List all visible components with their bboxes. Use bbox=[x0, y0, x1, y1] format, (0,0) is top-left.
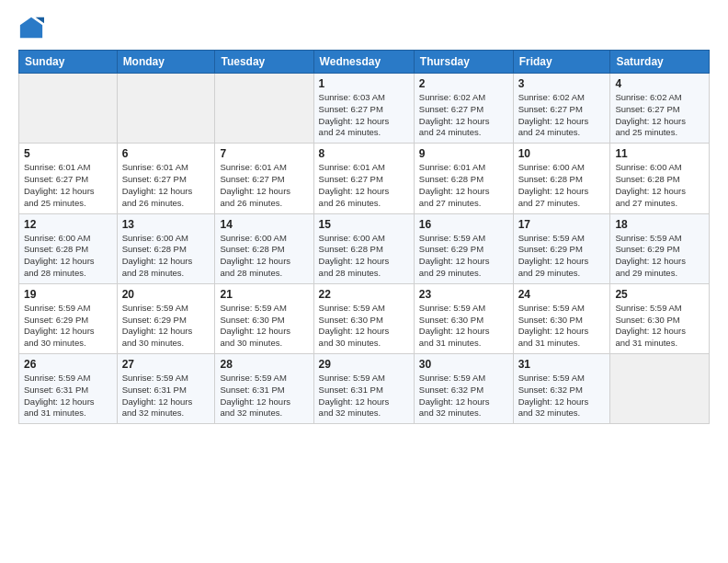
day-number: 20 bbox=[122, 288, 210, 301]
day-detail: Sunrise: 6:00 AM Sunset: 6:28 PM Dayligh… bbox=[319, 233, 409, 280]
day-number: 12 bbox=[24, 218, 112, 231]
day-detail: Sunrise: 6:03 AM Sunset: 6:27 PM Dayligh… bbox=[319, 92, 409, 139]
day-number: 6 bbox=[122, 147, 210, 160]
calendar-cell: 9Sunrise: 6:01 AM Sunset: 6:28 PM Daylig… bbox=[414, 144, 513, 213]
day-detail: Sunrise: 5:59 AM Sunset: 6:29 PM Dayligh… bbox=[419, 233, 508, 280]
day-detail: Sunrise: 6:00 AM Sunset: 6:28 PM Dayligh… bbox=[24, 233, 112, 280]
day-detail: Sunrise: 5:59 AM Sunset: 6:29 PM Dayligh… bbox=[24, 303, 112, 350]
calendar-cell bbox=[19, 74, 118, 144]
day-detail: Sunrise: 5:59 AM Sunset: 6:30 PM Dayligh… bbox=[518, 303, 606, 350]
day-number: 2 bbox=[419, 77, 508, 90]
day-detail: Sunrise: 5:59 AM Sunset: 6:30 PM Dayligh… bbox=[319, 303, 409, 350]
day-detail: Sunrise: 6:00 AM Sunset: 6:28 PM Dayligh… bbox=[220, 233, 308, 280]
calendar-cell: 22Sunrise: 5:59 AM Sunset: 6:30 PM Dayli… bbox=[313, 283, 414, 353]
calendar-cell: 19Sunrise: 5:59 AM Sunset: 6:29 PM Dayli… bbox=[19, 283, 118, 353]
day-number: 5 bbox=[24, 147, 112, 160]
calendar-cell: 25Sunrise: 5:59 AM Sunset: 6:30 PM Dayli… bbox=[610, 283, 710, 353]
calendar-cell: 2Sunrise: 6:02 AM Sunset: 6:27 PM Daylig… bbox=[414, 74, 513, 144]
day-detail: Sunrise: 6:01 AM Sunset: 6:27 PM Dayligh… bbox=[122, 162, 210, 209]
day-number: 9 bbox=[419, 147, 508, 160]
day-number: 26 bbox=[24, 358, 112, 371]
day-number: 27 bbox=[122, 358, 210, 371]
calendar-cell: 27Sunrise: 5:59 AM Sunset: 6:31 PM Dayli… bbox=[117, 354, 215, 424]
weekday-tuesday: Tuesday bbox=[215, 51, 313, 74]
calendar-cell: 18Sunrise: 5:59 AM Sunset: 6:29 PM Dayli… bbox=[610, 213, 710, 283]
day-number: 1 bbox=[319, 77, 409, 90]
week-row-3: 12Sunrise: 6:00 AM Sunset: 6:28 PM Dayli… bbox=[19, 213, 710, 283]
calendar-cell: 5Sunrise: 6:01 AM Sunset: 6:27 PM Daylig… bbox=[19, 144, 118, 213]
week-row-1: 1Sunrise: 6:03 AM Sunset: 6:27 PM Daylig… bbox=[19, 74, 710, 144]
day-detail: Sunrise: 6:02 AM Sunset: 6:27 PM Dayligh… bbox=[419, 92, 508, 139]
calendar-cell: 3Sunrise: 6:02 AM Sunset: 6:27 PM Daylig… bbox=[513, 74, 610, 144]
calendar-cell: 24Sunrise: 5:59 AM Sunset: 6:30 PM Dayli… bbox=[513, 283, 610, 353]
day-number: 3 bbox=[518, 77, 606, 90]
calendar-cell: 10Sunrise: 6:00 AM Sunset: 6:28 PM Dayli… bbox=[513, 144, 610, 213]
page: SundayMondayTuesdayWednesdayThursdayFrid… bbox=[0, 0, 728, 563]
calendar-table: SundayMondayTuesdayWednesdayThursdayFrid… bbox=[18, 50, 710, 424]
calendar-cell bbox=[215, 74, 313, 144]
header bbox=[18, 15, 710, 40]
day-detail: Sunrise: 6:01 AM Sunset: 6:27 PM Dayligh… bbox=[24, 162, 112, 209]
calendar-cell: 31Sunrise: 5:59 AM Sunset: 6:32 PM Dayli… bbox=[513, 354, 610, 424]
day-detail: Sunrise: 5:59 AM Sunset: 6:31 PM Dayligh… bbox=[319, 373, 409, 419]
week-row-2: 5Sunrise: 6:01 AM Sunset: 6:27 PM Daylig… bbox=[19, 144, 710, 213]
calendar-cell bbox=[117, 74, 215, 144]
calendar-cell: 11Sunrise: 6:00 AM Sunset: 6:28 PM Dayli… bbox=[610, 144, 710, 213]
day-detail: Sunrise: 6:02 AM Sunset: 6:27 PM Dayligh… bbox=[615, 92, 704, 139]
day-detail: Sunrise: 5:59 AM Sunset: 6:29 PM Dayligh… bbox=[615, 233, 704, 280]
day-detail: Sunrise: 6:01 AM Sunset: 6:27 PM Dayligh… bbox=[319, 162, 409, 209]
calendar-cell: 28Sunrise: 5:59 AM Sunset: 6:31 PM Dayli… bbox=[215, 354, 313, 424]
day-detail: Sunrise: 6:01 AM Sunset: 6:28 PM Dayligh… bbox=[419, 162, 508, 209]
weekday-wednesday: Wednesday bbox=[313, 51, 414, 74]
calendar-cell bbox=[610, 354, 710, 424]
calendar-cell: 8Sunrise: 6:01 AM Sunset: 6:27 PM Daylig… bbox=[313, 144, 414, 213]
day-detail: Sunrise: 5:59 AM Sunset: 6:31 PM Dayligh… bbox=[122, 373, 210, 419]
calendar-cell: 7Sunrise: 6:01 AM Sunset: 6:27 PM Daylig… bbox=[215, 144, 313, 213]
day-number: 23 bbox=[419, 288, 508, 301]
calendar-cell: 29Sunrise: 5:59 AM Sunset: 6:31 PM Dayli… bbox=[313, 354, 414, 424]
day-number: 22 bbox=[319, 288, 409, 301]
day-number: 24 bbox=[518, 288, 606, 301]
weekday-monday: Monday bbox=[117, 51, 215, 74]
day-number: 11 bbox=[615, 147, 704, 160]
day-number: 28 bbox=[220, 358, 308, 371]
weekday-saturday: Saturday bbox=[610, 51, 710, 74]
day-number: 31 bbox=[518, 358, 606, 371]
day-detail: Sunrise: 6:02 AM Sunset: 6:27 PM Dayligh… bbox=[518, 92, 606, 139]
calendar-cell: 21Sunrise: 5:59 AM Sunset: 6:30 PM Dayli… bbox=[215, 283, 313, 353]
weekday-friday: Friday bbox=[513, 51, 610, 74]
calendar-cell: 14Sunrise: 6:00 AM Sunset: 6:28 PM Dayli… bbox=[215, 213, 313, 283]
day-number: 16 bbox=[419, 218, 508, 231]
day-number: 14 bbox=[220, 218, 308, 231]
calendar-cell: 16Sunrise: 5:59 AM Sunset: 6:29 PM Dayli… bbox=[414, 213, 513, 283]
day-detail: Sunrise: 5:59 AM Sunset: 6:32 PM Dayligh… bbox=[518, 373, 606, 419]
day-number: 8 bbox=[319, 147, 409, 160]
calendar-cell: 23Sunrise: 5:59 AM Sunset: 6:30 PM Dayli… bbox=[414, 283, 513, 353]
weekday-sunday: Sunday bbox=[19, 51, 118, 74]
calendar-cell: 13Sunrise: 6:00 AM Sunset: 6:28 PM Dayli… bbox=[117, 213, 215, 283]
day-detail: Sunrise: 6:00 AM Sunset: 6:28 PM Dayligh… bbox=[518, 162, 606, 209]
day-number: 17 bbox=[518, 218, 606, 231]
day-number: 25 bbox=[615, 288, 704, 301]
day-number: 30 bbox=[419, 358, 508, 371]
calendar-cell: 26Sunrise: 5:59 AM Sunset: 6:31 PM Dayli… bbox=[19, 354, 118, 424]
day-number: 18 bbox=[615, 218, 704, 231]
logo-icon bbox=[18, 15, 44, 40]
calendar-cell: 17Sunrise: 5:59 AM Sunset: 6:29 PM Dayli… bbox=[513, 213, 610, 283]
day-detail: Sunrise: 5:59 AM Sunset: 6:30 PM Dayligh… bbox=[615, 303, 704, 350]
day-detail: Sunrise: 5:59 AM Sunset: 6:31 PM Dayligh… bbox=[220, 373, 308, 419]
day-number: 4 bbox=[615, 77, 704, 90]
day-number: 29 bbox=[319, 358, 409, 371]
day-number: 21 bbox=[220, 288, 308, 301]
day-detail: Sunrise: 6:01 AM Sunset: 6:27 PM Dayligh… bbox=[220, 162, 308, 209]
day-number: 15 bbox=[319, 218, 409, 231]
weekday-header-row: SundayMondayTuesdayWednesdayThursdayFrid… bbox=[19, 51, 710, 74]
day-detail: Sunrise: 5:59 AM Sunset: 6:32 PM Dayligh… bbox=[419, 373, 508, 419]
calendar-cell: 4Sunrise: 6:02 AM Sunset: 6:27 PM Daylig… bbox=[610, 74, 710, 144]
day-detail: Sunrise: 6:00 AM Sunset: 6:28 PM Dayligh… bbox=[615, 162, 704, 209]
day-detail: Sunrise: 6:00 AM Sunset: 6:28 PM Dayligh… bbox=[122, 233, 210, 280]
day-detail: Sunrise: 5:59 AM Sunset: 6:30 PM Dayligh… bbox=[419, 303, 508, 350]
calendar-cell: 20Sunrise: 5:59 AM Sunset: 6:29 PM Dayli… bbox=[117, 283, 215, 353]
day-detail: Sunrise: 5:59 AM Sunset: 6:30 PM Dayligh… bbox=[220, 303, 308, 350]
calendar-cell: 15Sunrise: 6:00 AM Sunset: 6:28 PM Dayli… bbox=[313, 213, 414, 283]
